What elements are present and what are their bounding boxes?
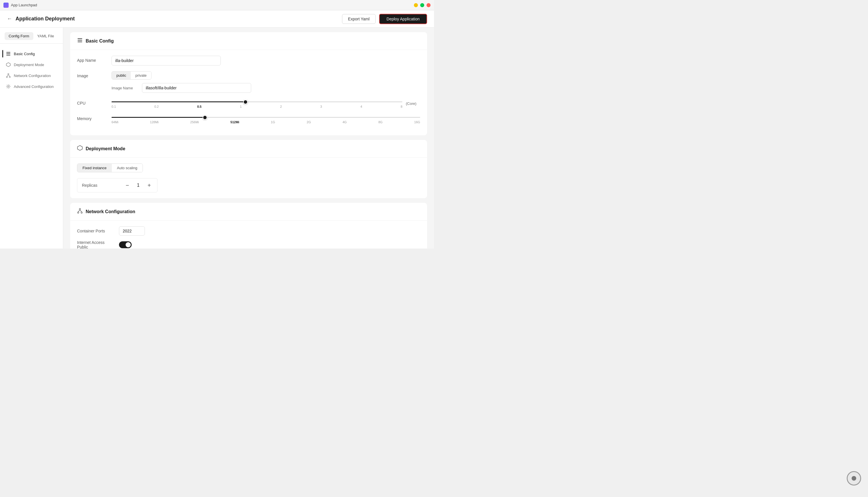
- internet-access-toggle[interactable]: [119, 241, 132, 248]
- app-name-label: App Name: [77, 56, 106, 62]
- image-label: Image: [77, 71, 106, 78]
- back-button[interactable]: ←: [7, 16, 12, 22]
- svg-point-4: [8, 73, 9, 75]
- memory-tick-6: 4G: [342, 120, 347, 124]
- internet-access-row: Internet Access Public: [77, 240, 420, 248]
- memory-tick-1: 128Mi: [150, 120, 159, 124]
- back-icon: ←: [7, 16, 12, 22]
- sidebar-item-network-config[interactable]: Network Configuration: [2, 70, 61, 81]
- cpu-row: CPU 0.1 0.2 0.5 1 2: [77, 99, 420, 108]
- maximize-button[interactable]: [420, 3, 424, 7]
- container-ports-input[interactable]: [119, 226, 145, 236]
- mode-auto-button[interactable]: Auto scaling: [112, 164, 142, 172]
- sidebar-item-basic-config[interactable]: Basic Config: [2, 48, 61, 59]
- memory-tick-5: 2G: [307, 120, 311, 124]
- svg-line-7: [7, 75, 8, 76]
- cpu-slider-container: 0.1 0.2 0.5 1 2 3 4 8 (Core): [112, 99, 420, 108]
- deploy-application-button[interactable]: Deploy Application: [379, 14, 427, 24]
- deployment-mode-header: Deployment Mode: [70, 140, 427, 158]
- svg-rect-1: [6, 54, 10, 54]
- titlebar: App Launchpad: [0, 0, 434, 10]
- basic-config-section: Basic Config App Name Image public: [70, 32, 427, 135]
- mode-fixed-button[interactable]: Fixed instance: [77, 164, 112, 172]
- minimize-button[interactable]: [414, 3, 418, 7]
- cpu-tick-4: 2: [280, 105, 282, 108]
- memory-control: 64Mi 128Mi 256Mi 512Mi 1G 2G 4G 8G 16G: [112, 114, 420, 124]
- main-layout: Config Form YAML File Basic Config: [0, 28, 434, 248]
- image-name-input[interactable]: [142, 83, 251, 93]
- svg-rect-12: [78, 42, 82, 43]
- replicas-plus-button[interactable]: +: [146, 182, 153, 189]
- cpu-slider-wrapper: 0.1 0.2 0.5 1 2 3 4 8: [112, 99, 402, 108]
- replicas-controls: − 1 +: [124, 182, 153, 189]
- titlebar-title: App Launchpad: [11, 3, 37, 7]
- memory-slider[interactable]: [112, 117, 420, 118]
- svg-line-8: [8, 75, 10, 76]
- header-right: Export Yaml Deploy Application: [342, 14, 427, 24]
- network-config-icon: [6, 73, 11, 78]
- replicas-row: Replicas − 1 +: [77, 178, 157, 193]
- cpu-tick-3: 1: [240, 105, 242, 108]
- content-area[interactable]: Basic Config App Name Image public: [63, 28, 434, 248]
- cpu-tick-5: 3: [320, 105, 322, 108]
- memory-slider-wrapper: 64Mi 128Mi 256Mi 512Mi 1G 2G 4G 8G 16G: [112, 114, 420, 124]
- image-name-row: Image Name: [112, 83, 420, 93]
- svg-point-14: [79, 209, 81, 210]
- cpu-label: CPU: [77, 99, 106, 105]
- svg-rect-10: [78, 38, 82, 39]
- sidebar-item-advanced-config[interactable]: Advanced Configuration: [2, 81, 61, 92]
- header: ← Application Deployment Export Yaml Dep…: [0, 10, 434, 28]
- basic-config-section-icon: [77, 37, 83, 44]
- memory-tick-0: 64Mi: [112, 120, 118, 124]
- svg-point-6: [9, 76, 10, 77]
- cpu-slider[interactable]: [112, 101, 402, 102]
- tab-yaml-file[interactable]: YAML File: [33, 32, 58, 40]
- deployment-mode-section-title: Deployment Mode: [86, 146, 125, 152]
- memory-tick-3: 512Mi: [230, 120, 239, 124]
- container-ports-row: Container Ports: [77, 226, 420, 236]
- sidebar-item-basic-config-label: Basic Config: [14, 52, 35, 56]
- app-name-input[interactable]: [112, 56, 221, 66]
- network-config-section: Network Configuration Container Ports In…: [70, 203, 427, 248]
- sidebar-item-advanced-config-label: Advanced Configuration: [14, 84, 54, 89]
- image-toggle: public private: [112, 71, 152, 80]
- advanced-config-icon: [6, 84, 11, 89]
- svg-point-9: [8, 86, 9, 87]
- deployment-mode-icon: [6, 62, 11, 67]
- image-name-label: Image Name: [112, 86, 137, 90]
- export-yaml-button[interactable]: Export Yaml: [342, 14, 376, 24]
- svg-rect-0: [6, 52, 10, 53]
- cpu-tick-7: 8: [401, 105, 402, 108]
- network-config-body: Container Ports Internet Access Public: [70, 221, 427, 248]
- internet-access-label: Internet Access Public: [77, 240, 114, 248]
- replicas-minus-button[interactable]: −: [124, 182, 131, 189]
- memory-tick-8: 16G: [414, 120, 420, 124]
- cpu-ticks: 0.1 0.2 0.5 1 2 3 4 8: [112, 105, 402, 108]
- app-name-control: [112, 56, 420, 66]
- sidebar-item-network-config-label: Network Configuration: [14, 73, 51, 78]
- sidebar-item-deployment-mode-label: Deployment Mode: [14, 62, 44, 67]
- image-row: Image public private Image Name: [77, 71, 420, 93]
- mode-toggle: Fixed instance Auto scaling: [77, 164, 143, 172]
- tab-config-form[interactable]: Config Form: [4, 32, 33, 40]
- cpu-tick-0: 0.1: [112, 105, 116, 108]
- titlebar-controls: [414, 3, 431, 7]
- svg-point-5: [6, 76, 8, 77]
- network-config-section-title: Network Configuration: [86, 209, 135, 214]
- memory-tick-2: 256Mi: [190, 120, 199, 124]
- tab-bar: Config Form YAML File: [0, 32, 63, 44]
- sidebar-item-deployment-mode[interactable]: Deployment Mode: [2, 59, 61, 70]
- network-config-section-icon: [77, 208, 83, 215]
- image-public-button[interactable]: public: [112, 72, 131, 79]
- cpu-tick-1: 0.2: [154, 105, 159, 108]
- memory-row: Memory 64Mi 128Mi 256Mi 512Mi 1G: [77, 114, 420, 124]
- basic-config-body: App Name Image public private Image: [70, 50, 427, 135]
- svg-point-15: [78, 212, 79, 213]
- svg-rect-11: [78, 40, 82, 41]
- header-left: ← Application Deployment: [7, 16, 75, 22]
- memory-slider-container: 64Mi 128Mi 256Mi 512Mi 1G 2G 4G 8G 16G: [112, 114, 420, 124]
- image-private-button[interactable]: private: [131, 72, 151, 79]
- cpu-tick-2: 0.5: [197, 105, 201, 108]
- replicas-value: 1: [135, 183, 141, 188]
- close-button[interactable]: [426, 3, 431, 7]
